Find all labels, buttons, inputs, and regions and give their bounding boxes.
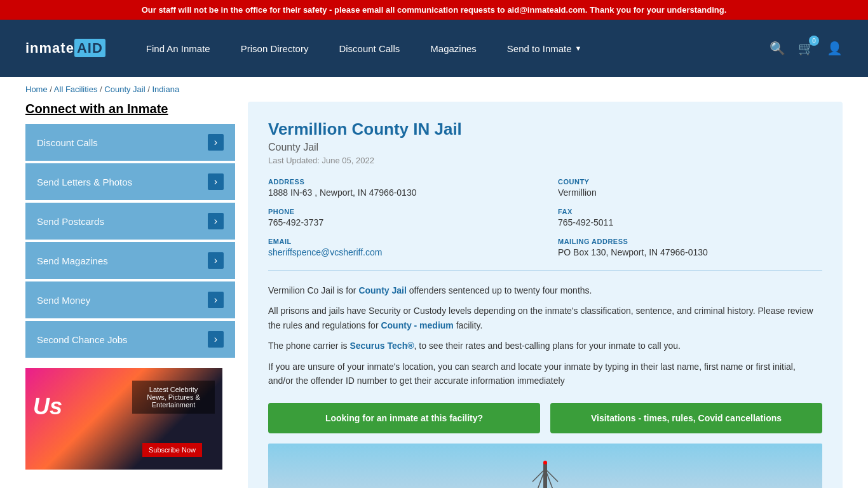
user-icon[interactable]: 👤 [827,41,843,56]
email-link[interactable]: sheriffspence@vcsheriff.com [268,247,382,257]
breadcrumb-indiana[interactable]: Indiana [152,85,179,94]
phone-block: PHONE 765-492-3737 [268,208,532,227]
search-icon[interactable]: 🔍 [770,41,785,56]
ad-background: Us Latest Celebrity News, Pictures & Ent… [25,368,222,470]
cart-icon[interactable]: 🛒 0 [798,41,814,56]
sidebar-btn-send-magazines[interactable]: Send Magazines › [25,242,235,279]
sidebar-btn-second-chance-jobs[interactable]: Second Chance Jobs › [25,321,235,358]
alert-banner: Our staff will not be in the office for … [0,0,868,20]
sidebar-btn-send-postcards[interactable]: Send Postcards › [25,203,235,240]
advertisement: Us Latest Celebrity News, Pictures & Ent… [25,368,222,470]
email-value: sheriffspence@vcsheriff.com [268,247,532,257]
breadcrumb: Home / All Facilities / County Jail / In… [0,77,868,102]
mailing-value: PO Box 130, Newport, IN 47966-0130 [558,247,822,257]
nav-right: 🔍 🛒 0 👤 [770,41,843,56]
nav-discount-calls[interactable]: Discount Calls [323,20,415,77]
nav-magazines[interactable]: Magazines [415,20,492,77]
address-block: ADDRESS 1888 IN-63 , Newport, IN 47966-0… [268,178,532,198]
desc2: All prisons and jails have Security or C… [268,304,822,332]
info-grid: ADDRESS 1888 IN-63 , Newport, IN 47966-0… [268,178,822,271]
nav-prison-directory[interactable]: Prison Directory [226,20,324,77]
address-label: ADDRESS [268,178,532,186]
phone-value: 765-492-3737 [268,217,532,227]
tower-svg [526,456,564,488]
facility-image [268,444,822,488]
svg-point-5 [543,461,547,464]
county-jail-link[interactable]: County Jail [358,285,406,295]
email-label: EMAIL [268,238,532,245]
email-block: EMAIL sheriffspence@vcsheriff.com [268,238,532,257]
facility-subtitle: County Jail [268,142,822,153]
header: inmateAID Find An Inmate Prison Director… [0,20,868,77]
logo[interactable]: inmateAID [25,40,105,57]
ad-text: Latest Celebrity News, Pictures & Entert… [132,381,215,414]
county-value: Vermillion [558,187,822,198]
cart-badge: 0 [809,36,819,46]
fax-block: FAX 765-492-5011 [558,208,822,227]
action-buttons: Looking for an inmate at this facility? … [268,403,822,433]
breadcrumb-all-facilities[interactable]: All Facilities [54,85,98,94]
securus-link[interactable]: Securus Tech® [349,341,414,351]
sidebar-title: Connect with an Inmate [25,102,235,116]
alert-text: Our staff will not be in the office for … [142,5,727,15]
mailing-label: MAILING ADDRESS [558,238,822,245]
main-nav: Find An Inmate Prison Directory Discount… [131,20,770,77]
find-inmate-button[interactable]: Looking for an inmate at this facility? [268,403,540,433]
arrow-icon: › [208,134,224,151]
visitations-button[interactable]: Visitations - times, rules, Covid cancel… [550,403,822,433]
sidebar: Connect with an Inmate Discount Calls › … [25,102,235,488]
address-value: 1888 IN-63 , Newport, IN 47966-0130 [268,187,532,198]
arrow-icon: › [208,292,224,308]
sidebar-btn-discount-calls[interactable]: Discount Calls › [25,124,235,161]
fax-value: 765-492-5011 [558,217,822,227]
county-block: COUNTY Vermillion [558,178,822,198]
facility-title: Vermillion County IN Jail [268,119,822,139]
nav-find-inmate[interactable]: Find An Inmate [131,20,226,77]
arrow-icon: › [208,213,224,229]
sidebar-btn-send-letters[interactable]: Send Letters & Photos › [25,163,235,200]
arrow-icon: › [208,173,224,190]
svg-rect-0 [543,463,547,488]
ad-subscribe-button[interactable]: Subscribe Now [142,443,202,457]
breadcrumb-county-jail[interactable]: County Jail [104,85,145,94]
fax-label: FAX [558,208,822,215]
logo-text: inmateAID [25,40,105,57]
desc1: Vermilion Co Jail is for County Jail off… [268,283,822,297]
facility-card: Vermillion County IN Jail County Jail La… [248,102,843,488]
ad-logo: Us [33,393,62,420]
nav-send-to-inmate[interactable]: Send to Inmate ▼ [492,20,597,77]
arrow-icon: › [208,331,224,348]
main-content: Connect with an Inmate Discount Calls › … [0,102,868,488]
breadcrumb-home[interactable]: Home [25,85,48,94]
desc4: If you are unsure of your inmate's locat… [268,360,822,388]
county-label: COUNTY [558,178,822,186]
chevron-down-icon: ▼ [575,44,582,52]
facility-updated: Last Updated: June 05, 2022 [268,156,822,165]
county-medium-link[interactable]: County - medium [381,320,453,330]
sidebar-btn-send-money[interactable]: Send Money › [25,281,235,318]
phone-label: PHONE [268,208,532,215]
desc3: The phone carrier is Securus Tech®, to s… [268,339,822,353]
mailing-block: MAILING ADDRESS PO Box 130, Newport, IN … [558,238,822,257]
arrow-icon: › [208,252,224,269]
